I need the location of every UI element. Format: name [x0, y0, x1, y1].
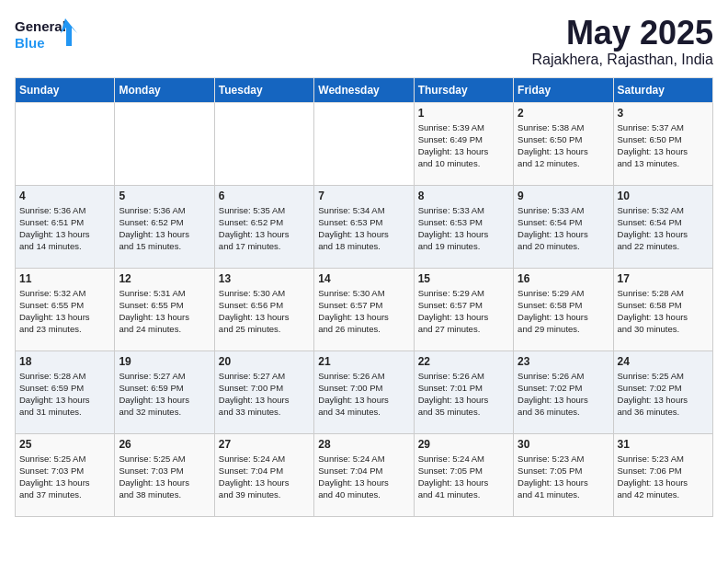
- calendar-cell: 24Sunrise: 5:25 AM Sunset: 7:02 PM Dayli…: [613, 350, 712, 433]
- header-monday: Monday: [115, 77, 214, 102]
- calendar-cell: 20Sunrise: 5:27 AM Sunset: 7:00 PM Dayli…: [214, 350, 313, 433]
- day-info: Sunrise: 5:39 AM Sunset: 6:49 PM Dayligh…: [418, 121, 509, 170]
- calendar-cell: 6Sunrise: 5:35 AM Sunset: 6:52 PM Daylig…: [214, 185, 313, 268]
- calendar-cell: 12Sunrise: 5:31 AM Sunset: 6:55 PM Dayli…: [115, 268, 214, 350]
- day-number: 10: [618, 190, 709, 202]
- day-number: 22: [418, 355, 509, 368]
- calendar-cell: 11Sunrise: 5:32 AM Sunset: 6:55 PM Dayli…: [16, 268, 115, 350]
- calendar-cell: 23Sunrise: 5:26 AM Sunset: 7:02 PM Dayli…: [514, 350, 613, 433]
- day-number: 2: [518, 107, 609, 120]
- svg-text:Blue: Blue: [15, 35, 45, 51]
- day-number: 30: [518, 438, 609, 451]
- header-wednesday: Wednesday: [314, 77, 414, 102]
- calendar-cell: 7Sunrise: 5:34 AM Sunset: 6:53 PM Daylig…: [314, 185, 414, 268]
- day-info: Sunrise: 5:36 AM Sunset: 6:51 PM Dayligh…: [19, 204, 110, 253]
- day-info: Sunrise: 5:26 AM Sunset: 7:01 PM Dayligh…: [418, 370, 509, 419]
- day-info: Sunrise: 5:32 AM Sunset: 6:55 PM Dayligh…: [19, 287, 110, 336]
- day-number: 15: [418, 272, 509, 285]
- day-number: 21: [318, 355, 409, 368]
- calendar-cell: 19Sunrise: 5:27 AM Sunset: 6:59 PM Dayli…: [115, 350, 214, 433]
- page-header: General Blue May 2025 Rajakhera, Rajasth…: [15, 15, 713, 68]
- calendar-cell: 29Sunrise: 5:24 AM Sunset: 7:05 PM Dayli…: [414, 433, 513, 516]
- header-sunday: Sunday: [16, 77, 115, 102]
- calendar-cell: 1Sunrise: 5:39 AM Sunset: 6:49 PM Daylig…: [414, 102, 513, 185]
- calendar-cell: 28Sunrise: 5:24 AM Sunset: 7:04 PM Dayli…: [314, 433, 414, 516]
- day-number: 27: [219, 438, 310, 451]
- day-number: 14: [318, 272, 409, 285]
- header-friday: Friday: [514, 77, 613, 102]
- day-number: 4: [19, 190, 110, 202]
- calendar-cell: 3Sunrise: 5:37 AM Sunset: 6:50 PM Daylig…: [613, 102, 712, 185]
- header-thursday: Thursday: [414, 77, 513, 102]
- day-info: Sunrise: 5:27 AM Sunset: 7:00 PM Dayligh…: [219, 370, 310, 419]
- day-info: Sunrise: 5:24 AM Sunset: 7:05 PM Dayligh…: [418, 453, 509, 501]
- calendar-cell: 8Sunrise: 5:33 AM Sunset: 6:53 PM Daylig…: [414, 185, 513, 268]
- calendar-cell: 22Sunrise: 5:26 AM Sunset: 7:01 PM Dayli…: [414, 350, 513, 433]
- header-saturday: Saturday: [613, 77, 712, 102]
- calendar-cell: 13Sunrise: 5:30 AM Sunset: 6:56 PM Dayli…: [214, 268, 313, 350]
- day-number: 20: [219, 355, 310, 368]
- day-info: Sunrise: 5:37 AM Sunset: 6:50 PM Dayligh…: [618, 121, 709, 170]
- day-number: 26: [119, 438, 210, 451]
- calendar-cell: 9Sunrise: 5:33 AM Sunset: 6:54 PM Daylig…: [514, 185, 613, 268]
- day-info: Sunrise: 5:38 AM Sunset: 6:50 PM Dayligh…: [518, 121, 609, 170]
- calendar-cell: 30Sunrise: 5:23 AM Sunset: 7:05 PM Dayli…: [514, 433, 613, 516]
- day-number: 1: [418, 107, 509, 120]
- day-number: 18: [19, 355, 110, 368]
- calendar-cell: 15Sunrise: 5:29 AM Sunset: 6:57 PM Dayli…: [414, 268, 513, 350]
- day-info: Sunrise: 5:29 AM Sunset: 6:57 PM Dayligh…: [418, 287, 509, 336]
- day-info: Sunrise: 5:26 AM Sunset: 7:02 PM Dayligh…: [518, 370, 609, 419]
- day-info: Sunrise: 5:30 AM Sunset: 6:56 PM Dayligh…: [219, 287, 310, 336]
- day-number: 12: [119, 272, 210, 285]
- day-number: 7: [318, 190, 409, 202]
- day-info: Sunrise: 5:30 AM Sunset: 6:57 PM Dayligh…: [318, 287, 409, 336]
- day-info: Sunrise: 5:27 AM Sunset: 6:59 PM Dayligh…: [119, 370, 210, 419]
- logo-icon: General Blue: [15, 15, 79, 56]
- day-info: Sunrise: 5:24 AM Sunset: 7:04 PM Dayligh…: [318, 453, 409, 501]
- day-info: Sunrise: 5:28 AM Sunset: 6:59 PM Dayligh…: [19, 370, 110, 419]
- day-number: 28: [318, 438, 409, 451]
- day-info: Sunrise: 5:36 AM Sunset: 6:52 PM Dayligh…: [119, 204, 210, 253]
- day-number: 8: [418, 190, 509, 202]
- day-number: 13: [219, 272, 310, 285]
- calendar-cell: [115, 102, 214, 185]
- day-info: Sunrise: 5:34 AM Sunset: 6:53 PM Dayligh…: [318, 204, 409, 253]
- calendar-cell: 14Sunrise: 5:30 AM Sunset: 6:57 PM Dayli…: [314, 268, 414, 350]
- calendar-cell: 26Sunrise: 5:25 AM Sunset: 7:03 PM Dayli…: [115, 433, 214, 516]
- day-info: Sunrise: 5:31 AM Sunset: 6:55 PM Dayligh…: [119, 287, 210, 336]
- day-number: 29: [418, 438, 509, 451]
- calendar-cell: 2Sunrise: 5:38 AM Sunset: 6:50 PM Daylig…: [514, 102, 613, 185]
- logo: General Blue: [15, 15, 79, 56]
- calendar-cell: [16, 102, 115, 185]
- day-info: Sunrise: 5:24 AM Sunset: 7:04 PM Dayligh…: [219, 453, 310, 501]
- calendar-cell: 17Sunrise: 5:28 AM Sunset: 6:58 PM Dayli…: [613, 268, 712, 350]
- day-info: Sunrise: 5:23 AM Sunset: 7:05 PM Dayligh…: [518, 453, 609, 501]
- header-tuesday: Tuesday: [214, 77, 313, 102]
- calendar-cell: 4Sunrise: 5:36 AM Sunset: 6:51 PM Daylig…: [16, 185, 115, 268]
- calendar-cell: 25Sunrise: 5:25 AM Sunset: 7:03 PM Dayli…: [16, 433, 115, 516]
- day-info: Sunrise: 5:33 AM Sunset: 6:53 PM Dayligh…: [418, 204, 509, 253]
- calendar-cell: 31Sunrise: 5:23 AM Sunset: 7:06 PM Dayli…: [613, 433, 712, 516]
- day-number: 25: [19, 438, 110, 451]
- day-number: 9: [518, 190, 609, 202]
- calendar-cell: 18Sunrise: 5:28 AM Sunset: 6:59 PM Dayli…: [16, 350, 115, 433]
- day-info: Sunrise: 5:29 AM Sunset: 6:58 PM Dayligh…: [518, 287, 609, 336]
- calendar-cell: 5Sunrise: 5:36 AM Sunset: 6:52 PM Daylig…: [115, 185, 214, 268]
- calendar-cell: 10Sunrise: 5:32 AM Sunset: 6:54 PM Dayli…: [613, 185, 712, 268]
- calendar-cell: 16Sunrise: 5:29 AM Sunset: 6:58 PM Dayli…: [514, 268, 613, 350]
- day-number: 17: [618, 272, 709, 285]
- day-info: Sunrise: 5:28 AM Sunset: 6:58 PM Dayligh…: [618, 287, 709, 336]
- calendar-cell: [214, 102, 313, 185]
- day-number: 24: [618, 355, 709, 368]
- calendar-cell: 21Sunrise: 5:26 AM Sunset: 7:00 PM Dayli…: [314, 350, 414, 433]
- svg-text:General: General: [15, 18, 66, 34]
- day-info: Sunrise: 5:32 AM Sunset: 6:54 PM Dayligh…: [618, 204, 709, 253]
- day-info: Sunrise: 5:23 AM Sunset: 7:06 PM Dayligh…: [618, 453, 709, 501]
- day-number: 11: [19, 272, 110, 285]
- location-subtitle: Rajakhera, Rajasthan, India: [532, 52, 713, 68]
- day-number: 16: [518, 272, 609, 285]
- calendar-cell: [314, 102, 414, 185]
- day-number: 19: [119, 355, 210, 368]
- day-info: Sunrise: 5:33 AM Sunset: 6:54 PM Dayligh…: [518, 204, 609, 253]
- calendar-cell: 27Sunrise: 5:24 AM Sunset: 7:04 PM Dayli…: [214, 433, 313, 516]
